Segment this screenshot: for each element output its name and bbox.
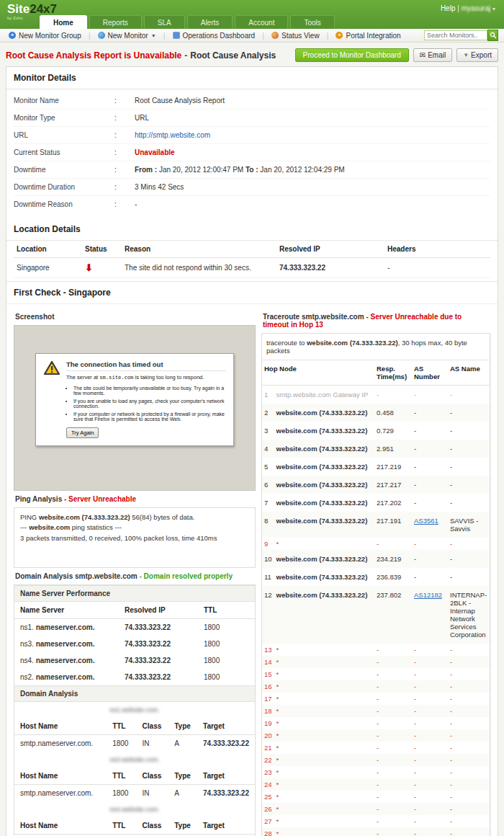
reason-cell: The site did not respond within 30 secs. [122, 258, 276, 278]
tab-sla[interactable]: SLA [144, 15, 185, 29]
table-row: 25*--- [262, 791, 490, 803]
table-row: 23*--- [262, 766, 490, 778]
username-menu[interactable]: myasuraj [462, 4, 491, 12]
as-number-cell: AS12182 [412, 586, 448, 644]
tab-home[interactable]: Home [40, 15, 87, 29]
column-header: Host Name [14, 817, 107, 835]
table-row: 9*--- [262, 538, 490, 550]
resp-time-cell: - [374, 729, 412, 742]
as-name-cell: - [448, 717, 490, 729]
hop-node-cell: * [274, 729, 374, 742]
table-row: 15*--- [262, 668, 490, 680]
tab-account[interactable]: Account [235, 15, 288, 29]
new-monitor-group-button[interactable]: + New Monitor Group [6, 32, 84, 40]
column-header: TTL [107, 718, 136, 735]
as-name-cell: - [448, 644, 490, 656]
table-row: 3website.com (74.333.323.22)0.729-- [262, 422, 490, 440]
text-segment: is taking too long to respond. [133, 374, 204, 381]
search-input[interactable] [424, 30, 487, 40]
export-button[interactable]: ▼ Export [456, 48, 498, 62]
proceed-to-dashboard-button[interactable]: Proceed to Monitor Dashboard [295, 48, 409, 62]
text-segment: http://smtp.website.com [135, 131, 210, 139]
monitor-detail-row: Downtime Reason:- [14, 196, 490, 213]
tab-tools[interactable]: Tools [290, 15, 334, 29]
as-number-link[interactable]: AS3561 [414, 517, 438, 525]
text-segment: - [135, 200, 137, 208]
as-number-cell: - [412, 766, 448, 778]
column-header: Resolved IP [119, 602, 198, 619]
table-row: 18*--- [262, 705, 490, 717]
traceroute-label: Traceroute smtp.website.com - Server Unr… [261, 308, 490, 333]
hop-number-cell: 27 [262, 815, 274, 827]
detail-value: Unavailable [135, 148, 175, 156]
resp-time-cell: - [374, 693, 412, 705]
hop-number-cell: 7 [262, 494, 274, 512]
table-header-row: Host NameTTLClassTypeTarget [14, 817, 255, 835]
column-header: Target [197, 768, 255, 785]
hop-node-cell: website.com (74.333.323.22) [274, 550, 374, 568]
detail-label: URL [14, 131, 114, 139]
monitor-details-rows: Monitor Name:Root Cause Analysis ReportM… [6, 89, 498, 218]
resp-time-cell: - [374, 754, 412, 766]
as-number-cell: - [412, 803, 448, 815]
help-link[interactable]: Help [441, 4, 456, 12]
column-header: AS Number [412, 360, 448, 386]
as-number-cell: - [412, 568, 448, 586]
domain-analysis-subheader: Domain Analysis [14, 685, 255, 702]
as-number-link[interactable]: AS12182 [414, 591, 442, 599]
status-view-button[interactable]: Status View [269, 32, 323, 40]
new-monitor-button[interactable]: New Monitor ▼ [95, 32, 159, 40]
down-arrow-icon: ⬇ [85, 262, 93, 273]
table-row: 20*--- [262, 729, 490, 742]
column-header: Class [137, 768, 169, 785]
ttl-cell: 1800 [198, 652, 255, 669]
hop-node-cell: * [274, 827, 374, 836]
tab-reports[interactable]: Reports [89, 15, 142, 29]
as-number-cell: - [412, 693, 448, 705]
as-number-cell: - [412, 404, 448, 422]
text-segment: ns3. [20, 640, 36, 648]
portal-integration-button[interactable]: + Portal Integration [333, 32, 403, 40]
resp-time-cell: 237.802 [374, 586, 412, 644]
as-number-cell: - [412, 717, 448, 729]
column-header: TTL [107, 817, 136, 835]
resp-time-cell: - [374, 778, 412, 791]
as-number-cell: - [412, 494, 448, 512]
class-cell: IN [137, 785, 169, 802]
domain-record-table: Host NameTTLClassTypeTargetsmtp.nameserv… [14, 768, 255, 801]
text-segment: ns4. [20, 657, 36, 664]
as-name-cell: - [448, 791, 490, 803]
as-name-cell: - [448, 778, 490, 791]
table-row: Singapore ⬇ The site did not respond wit… [14, 258, 490, 278]
domain-record-table: Host NameTTLClassTypeTargetsmtp.nameserv… [14, 718, 255, 752]
text-segment: ping statistics --- [70, 523, 122, 531]
ping-analysis-label: Ping Analysis - Server Unreachable [14, 491, 256, 507]
ttl-cell: 1800 [198, 636, 255, 652]
column-header: Location [14, 241, 82, 258]
column-header: Target [197, 817, 255, 835]
hop-number-cell: 17 [262, 693, 274, 705]
monitor-detail-row: Current Status:Unavailable [14, 144, 490, 161]
operations-dashboard-button[interactable]: Operations Dashboard [170, 32, 258, 40]
domain-record-tables: ns1.website.com.Host NameTTLClassTypeTar… [14, 702, 255, 836]
table-row: 22*--- [262, 754, 490, 766]
as-number-cell: - [412, 815, 448, 827]
resolved-ip-cell: 74.333.323.22 [119, 619, 198, 636]
ttl-cell: 1800 [198, 619, 255, 636]
table-row: 26*--- [262, 803, 490, 815]
email-button[interactable]: ✉ Email [413, 48, 452, 62]
hop-number-cell: 14 [262, 656, 274, 668]
search-button[interactable] [487, 30, 498, 41]
hop-node-cell: * [274, 766, 374, 778]
hop-node-cell: * [274, 815, 374, 827]
table-row: 17*--- [262, 693, 490, 705]
screenshot-label: Screenshot [14, 308, 256, 325]
as-name-cell: - [448, 538, 490, 550]
as-number-cell: - [412, 729, 448, 742]
try-again-button[interactable]: Try Again [66, 427, 99, 438]
tab-alerts[interactable]: Alerts [187, 15, 233, 29]
chevron-down-icon: ▼ [151, 33, 156, 38]
as-name-cell: - [448, 705, 490, 717]
toolbar-divider: | [327, 31, 329, 40]
as-name-cell: - [448, 404, 490, 422]
